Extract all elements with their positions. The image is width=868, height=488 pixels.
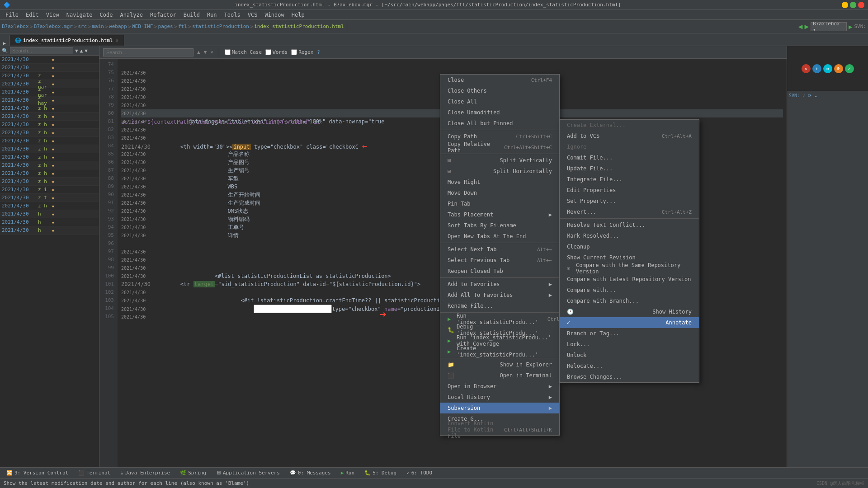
sub-relocate[interactable]: Relocate... [560, 361, 699, 371]
menu-help[interactable]: Help [288, 11, 308, 19]
ctx-close-all-but-pinned[interactable]: Close All but Pinned [440, 118, 559, 129]
icon-blue[interactable]: ↑ [812, 64, 821, 73]
sub-integrate-file[interactable]: Integrate File... [560, 174, 699, 185]
menu-view[interactable]: View [42, 11, 63, 19]
close-search-icon[interactable]: × [210, 49, 213, 55]
sub-browse-changes[interactable]: Browse Changes... [560, 371, 699, 382]
menu-navigate[interactable]: Navigate [63, 11, 96, 19]
sub-lock[interactable]: Lock... [560, 339, 699, 350]
menu-code[interactable]: Code [96, 11, 117, 19]
close-button[interactable] [858, 2, 864, 8]
breadcrumb-webinf[interactable]: WEB-INF [132, 23, 153, 29]
nav-prev-icon[interactable]: ◀ [798, 22, 803, 31]
ctx-reopen-closed-tab[interactable]: Reopen Closed Tab [440, 266, 559, 277]
sub-resolve-text-conflict[interactable]: Resolve Text Conflict... [560, 220, 699, 230]
nav-next-icon[interactable]: ▶ [804, 22, 809, 31]
words-label[interactable]: Words [265, 49, 288, 55]
regex-label[interactable]: Regex [291, 49, 313, 55]
regex-checkbox[interactable] [291, 49, 297, 55]
breadcrumb-folder[interactable]: statisticProduction [192, 23, 249, 29]
bottom-tab-spring[interactable]: 🌿 Spring [175, 469, 211, 477]
menu-window[interactable]: Window [261, 11, 288, 19]
filter-icon[interactable]: ▼ [75, 48, 78, 54]
menu-vcs[interactable]: VCS [244, 11, 261, 19]
ctx-create-gist[interactable]: ▶ Create 'index_statisticProdu...' [440, 346, 559, 357]
ctx-subversion[interactable]: Subversion ▶ [440, 403, 559, 413]
ctx-close-others[interactable]: Close Others [440, 85, 559, 96]
breadcrumb-src[interactable]: src [78, 23, 87, 29]
nav-up-icon[interactable]: ▲ [197, 49, 200, 55]
ctx-run[interactable]: ▶ Run 'index_statisticProdu...' Ctrl+Shi… [440, 314, 559, 324]
icon-cyan[interactable]: ↻ [823, 64, 832, 73]
sub-edit-properties[interactable]: Edit Properties [560, 185, 699, 196]
match-case-checkbox[interactable] [225, 49, 231, 55]
breadcrumb-ftl[interactable]: ftl [178, 23, 187, 29]
menu-run[interactable]: Run [203, 11, 221, 19]
left-search-input[interactable] [10, 47, 73, 54]
maximize-button[interactable] [850, 2, 856, 8]
ctx-move-right[interactable]: Move Right [440, 177, 559, 188]
breadcrumb-file[interactable]: index_statisticProduction.html [254, 23, 344, 29]
sub-set-property[interactable]: Set Property... [560, 196, 699, 206]
sub-compare-same-repo[interactable]: ⊙ Compare with the Same Repository Versi… [560, 263, 699, 274]
help-icon[interactable]: ? [317, 49, 320, 55]
menu-build[interactable]: Build [180, 11, 203, 19]
menu-tools[interactable]: Tools [221, 11, 244, 19]
sub-compare-branch[interactable]: Compare with Branch... [560, 296, 699, 306]
sub-compare-latest-repo[interactable]: Compare with Latest Repository Version [560, 274, 699, 285]
ctx-add-favorites[interactable]: Add to Favorites ▶ [440, 279, 559, 290]
ctx-split-vertically[interactable]: ⊞ Split Vertically [440, 155, 559, 166]
bottom-tab-messages[interactable]: 💬 0: Messages [285, 469, 335, 477]
minimize-button[interactable] [842, 2, 848, 8]
bottom-tab-java-enterprise[interactable]: ☕ Java Enterprise [116, 469, 175, 477]
ctx-close-unmodified[interactable]: Close Unmodified [440, 107, 559, 118]
ctx-open-terminal[interactable]: ⬛ Open in Terminal [440, 370, 559, 381]
sub-annotate[interactable]: ✓ Annotate [560, 317, 699, 328]
subversion-submenu[interactable]: Create External... Add to VCS Ctrl+Alt+A… [559, 119, 699, 383]
bottom-tab-debug[interactable]: 🐛 5: Debug [360, 469, 401, 477]
main-context-menu[interactable]: Close Ctrl+F4 Close Others Close All Clo… [440, 74, 560, 436]
breadcrumb-webapp[interactable]: webapp [109, 23, 127, 29]
tab-close-icon[interactable]: × [116, 38, 118, 43]
sub-show-history[interactable]: 🕐 Show History [560, 306, 699, 317]
ctx-close-all[interactable]: Close All [440, 96, 559, 107]
ctx-add-all-favorites[interactable]: Add All To Favorites ▶ [440, 290, 559, 300]
sub-commit-file[interactable]: Commit File... [560, 152, 699, 163]
sub-revert[interactable]: Revert... Ctrl+Alt+Z [560, 206, 699, 217]
sub-mark-resolved[interactable]: Mark Resolved... [560, 230, 699, 241]
left-sidebar-toggle[interactable]: ▶ [0, 41, 9, 46]
ctx-pin-tab[interactable]: Pin Tab [440, 198, 559, 209]
up-icon[interactable]: ▲ [80, 48, 83, 54]
ctx-run-coverage[interactable]: ▶ Run 'index_statisticProdu...' with Cov… [440, 335, 559, 346]
sub-branch-or-tag[interactable]: Branch or Tag... [560, 328, 699, 339]
tab-index-statistic[interactable]: 🌐 index_statisticProduction.html × [9, 35, 124, 46]
sub-compare-with[interactable]: Compare with... [560, 285, 699, 296]
match-case-label[interactable]: Match Case [225, 49, 262, 55]
menu-file[interactable]: File [2, 11, 22, 19]
ctx-split-horizontally[interactable]: ⊟ Split Horizontally [440, 166, 559, 177]
words-checkbox[interactable] [265, 49, 271, 55]
ctx-local-history[interactable]: Local History ▶ [440, 392, 559, 403]
ctx-open-new-tabs[interactable]: Open New Tabs At The End [440, 231, 559, 242]
ctx-sort-tabs[interactable]: Sort Tabs By Filename [440, 220, 559, 231]
bottom-tab-todo[interactable]: ✓ 6: TODO [402, 469, 437, 477]
bottom-tab-vc[interactable]: 🔀 9: Version Control [2, 469, 73, 477]
ctx-move-down[interactable]: Move Down [440, 188, 559, 198]
sub-show-current-revision[interactable]: Show Current Revision [560, 252, 699, 263]
nav-down-icon[interactable]: ▼ [204, 49, 207, 55]
ctx-select-next-tab[interactable]: Select Next Tab Alt+→ [440, 244, 559, 255]
search-input[interactable] [103, 48, 193, 56]
run-icon[interactable]: ▶ [849, 23, 852, 30]
ctx-copy-path[interactable]: Copy Path Ctrl+Shift+C [440, 131, 559, 142]
bottom-tab-run[interactable]: ▶ Run [336, 469, 359, 477]
sub-update-file[interactable]: Update File... [560, 163, 699, 174]
project-selector[interactable]: B7axlebox ▾ [811, 22, 847, 31]
menu-refactor[interactable]: Refactor [146, 11, 180, 19]
menu-edit[interactable]: Edit [22, 11, 42, 19]
sub-add-to-vcs[interactable]: Add to VCS Ctrl+Alt+A [560, 131, 699, 141]
icon-green[interactable]: ✓ [845, 64, 854, 73]
ctx-close[interactable]: Close Ctrl+F4 [440, 75, 559, 85]
ctx-show-in-explorer[interactable]: 📁 Show in Explorer [440, 359, 559, 370]
ctx-select-prev-tab[interactable]: Select Previous Tab Alt+← [440, 255, 559, 266]
ctx-tabs-placement[interactable]: Tabs Placement ▶ [440, 209, 559, 220]
